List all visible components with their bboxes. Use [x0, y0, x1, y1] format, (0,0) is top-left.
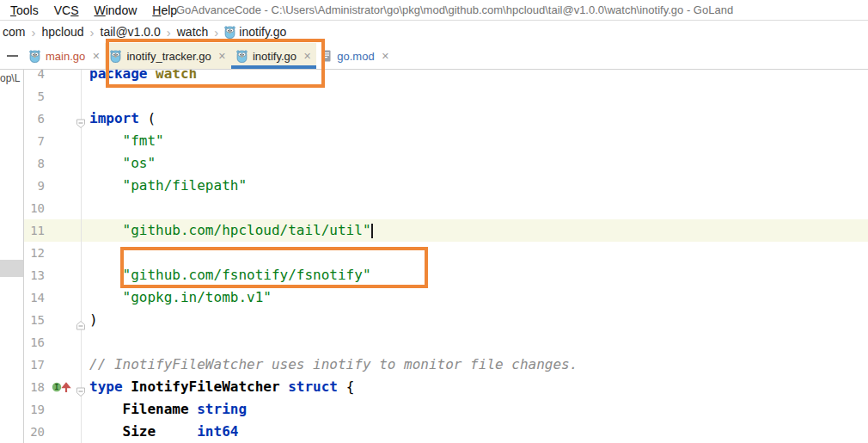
tab-close-icon[interactable]: ✕: [92, 51, 100, 62]
editor-gutter: 18 I: [24, 376, 82, 398]
editor-gutter: 14: [24, 286, 82, 309]
code-line[interactable]: 10: [24, 197, 868, 219]
line-number: 8: [24, 152, 45, 175]
code-text: [82, 331, 89, 354]
code-text: package watch: [82, 70, 197, 85]
code-text: "fmt": [82, 130, 164, 152]
breadcrumb-item-hpcloud[interactable]: hpcloud: [40, 25, 84, 39]
go-gopher-icon: [29, 50, 40, 63]
go-gopher-icon: [236, 50, 248, 63]
implementations-gutter-icon[interactable]: I: [52, 381, 72, 393]
code-text: Filename string: [82, 398, 247, 421]
code-text: [82, 242, 89, 264]
code-line[interactable]: 18 I type InotifyFileWatcher struct {: [24, 376, 868, 398]
line-number: 5: [24, 85, 45, 108]
code-line[interactable]: 16: [24, 331, 868, 354]
code-text: Size int64: [82, 421, 238, 443]
code-text: [82, 197, 89, 219]
text-caret: [371, 224, 373, 238]
tab-main.go[interactable]: main.go ✕: [24, 43, 105, 69]
line-number: 6: [24, 108, 45, 130]
menu-window[interactable]: Window: [86, 3, 144, 17]
code-line[interactable]: 8 "os": [24, 152, 868, 175]
code-text: import (: [82, 108, 156, 130]
code-editor[interactable]: 4 package watch 5 6 import ( 7 "fmt" 8 "…: [24, 70, 868, 443]
breadcrumb-item-inotify.go[interactable]: inotify.go: [223, 25, 287, 39]
project-panel-label[interactable]: op\L: [0, 72, 20, 84]
editor-gutter: 6: [24, 108, 82, 130]
editor-gutter: 19: [24, 398, 82, 421]
minimize-icon: [7, 55, 18, 57]
fold-marker-collapse-icon[interactable]: [76, 114, 86, 124]
project-panel-edge: op\L: [0, 70, 24, 443]
fold-marker-collapse-icon[interactable]: [76, 382, 86, 392]
tab-go.mod[interactable]: go.mod ✕: [316, 43, 394, 69]
breadcrumb: com › hpcloud › tail@v1.0.0 › watch › in…: [0, 21, 868, 43]
editor-gutter: 7: [24, 130, 82, 152]
breadcrumb-item-com[interactable]: com: [2, 25, 26, 39]
hide-panel-button[interactable]: [0, 43, 24, 69]
code-line[interactable]: 19 Filename string: [24, 398, 868, 421]
breadcrumb-label: inotify.go: [239, 25, 286, 39]
line-number: 9: [24, 175, 45, 197]
code-line[interactable]: 6 import (: [24, 108, 868, 130]
window-title: GoAdvanceCode - C:\Users\Administrator\g…: [176, 3, 733, 16]
menu-tools[interactable]: Tools: [3, 3, 46, 17]
tab-close-icon[interactable]: ✕: [303, 51, 311, 62]
breadcrumb-separator: ›: [162, 25, 176, 40]
code-line[interactable]: 9 "path/filepath": [24, 175, 868, 197]
editor-gutter: 10: [24, 197, 82, 219]
breadcrumb-label: watch: [177, 25, 209, 39]
breadcrumb-separator: ›: [209, 25, 223, 40]
code-line[interactable]: 11 "github.com/hpcloud/tail/util": [24, 219, 868, 242]
go-gopher-icon: [224, 26, 235, 39]
editor-gutter: 8: [24, 152, 82, 175]
line-number: 12: [24, 242, 45, 264]
line-number: 18: [24, 376, 45, 398]
code-line[interactable]: 17 // InotifyFileWatcher uses inotify to…: [24, 354, 868, 376]
editor-gutter: 11: [24, 219, 82, 242]
fold-marker-collapse-icon[interactable]: [76, 315, 86, 325]
editor-gutter: 16: [24, 331, 82, 354]
menu-vcs[interactable]: VCS: [46, 3, 87, 17]
editor-gutter: 12: [24, 242, 82, 264]
tab-inotify-tracker.go[interactable]: inotify_tracker.go ✕: [105, 43, 231, 69]
line-number: 17: [24, 354, 45, 376]
breadcrumb-item-watch[interactable]: watch: [176, 25, 210, 39]
breadcrumb-separator: ›: [85, 25, 100, 40]
code-text: // InotifyFileWatcher uses inotify to mo…: [82, 354, 578, 376]
editor-rows: 4 package watch 5 6 import ( 7 "fmt" 8 "…: [24, 70, 868, 443]
code-text: [82, 85, 89, 108]
line-number: 7: [24, 130, 45, 152]
code-line[interactable]: 13 "github.com/fsnotify/fsnotify": [24, 264, 868, 286]
code-line[interactable]: 20 Size int64: [24, 421, 868, 443]
line-number: 15: [24, 309, 45, 331]
tab-inotify.go[interactable]: inotify.go ✕: [231, 43, 316, 69]
tab-close-icon[interactable]: ✕: [218, 51, 226, 62]
panel-scrollbar-thumb[interactable]: [0, 260, 23, 277]
breadcrumb-label: hpcloud: [41, 25, 83, 39]
code-line[interactable]: 4 package watch: [24, 70, 868, 85]
editor-gutter: 15: [24, 309, 82, 331]
tab-close-icon[interactable]: ✕: [382, 51, 389, 62]
code-line[interactable]: 15 ): [24, 309, 868, 331]
editor-gutter: 9: [24, 175, 82, 197]
code-line[interactable]: 14 "gopkg.in/tomb.v1": [24, 286, 868, 309]
go-gopher-icon: [110, 50, 121, 63]
line-number: 19: [24, 398, 45, 421]
code-text: "github.com/fsnotify/fsnotify": [82, 264, 371, 286]
line-number: 11: [24, 219, 45, 242]
code-text: "github.com/hpcloud/tail/util": [82, 219, 373, 242]
code-line[interactable]: 7 "fmt": [24, 130, 868, 152]
line-number: 4: [24, 70, 45, 85]
goland-window: ToolsVCSWindowHelpGoAdvanceCode - C:\Use…: [0, 0, 868, 443]
code-line[interactable]: 12: [24, 242, 868, 264]
line-number: 13: [24, 264, 45, 286]
line-number: 16: [24, 331, 45, 354]
editor-tab-bar: main.go ✕ inotify_tracker.go ✕ inotify.g…: [0, 43, 868, 70]
breadcrumb-item-tail-v1.0.0[interactable]: tail@v1.0.0: [100, 25, 162, 39]
code-text: "os": [82, 152, 156, 175]
go-mod-file-icon: [321, 50, 332, 62]
line-number: 10: [24, 197, 45, 219]
code-line[interactable]: 5: [24, 85, 868, 108]
